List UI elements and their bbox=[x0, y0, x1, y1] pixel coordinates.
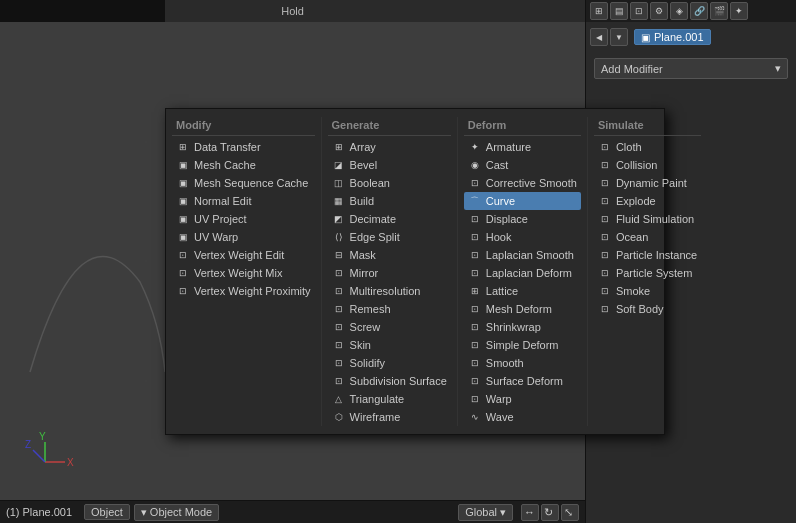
panel-icon-6[interactable]: 🔗 bbox=[690, 2, 708, 20]
object-button[interactable]: Object bbox=[84, 504, 130, 520]
item-label: Mesh Cache bbox=[194, 159, 256, 171]
item-icon: ⊡ bbox=[598, 266, 612, 280]
menu-item-vertex-weight-proximity[interactable]: ⊡Vertex Weight Proximity bbox=[172, 282, 315, 300]
menu-item-particle-system[interactable]: ⊡Particle System bbox=[594, 264, 701, 282]
menu-item-laplacian-deform[interactable]: ⊡Laplacian Deform bbox=[464, 264, 581, 282]
item-icon: ⊡ bbox=[468, 356, 482, 370]
item-icon: ⊡ bbox=[468, 392, 482, 406]
menu-item-uv-project[interactable]: ▣UV Project bbox=[172, 210, 315, 228]
move-tool[interactable]: ↔ bbox=[521, 504, 539, 521]
menu-item-surface-deform[interactable]: ⊡Surface Deform bbox=[464, 372, 581, 390]
menu-column-modify: Modify⊞Data Transfer▣Mesh Cache▣Mesh Seq… bbox=[166, 117, 322, 426]
item-label: Laplacian Smooth bbox=[486, 249, 574, 261]
item-icon: ✦ bbox=[468, 140, 482, 154]
menu-item-mesh-deform[interactable]: ⊡Mesh Deform bbox=[464, 300, 581, 318]
menu-item-vertex-weight-mix[interactable]: ⊡Vertex Weight Mix bbox=[172, 264, 315, 282]
menu-item-skin[interactable]: ⊡Skin bbox=[328, 336, 451, 354]
global-button[interactable]: Global ▾ bbox=[458, 504, 513, 521]
menu-item-soft-body[interactable]: ⊡Soft Body bbox=[594, 300, 701, 318]
menu-item-smooth[interactable]: ⊡Smooth bbox=[464, 354, 581, 372]
item-icon: ▣ bbox=[176, 230, 190, 244]
item-label: Wireframe bbox=[350, 411, 401, 423]
item-icon: ⊡ bbox=[176, 266, 190, 280]
menu-item-decimate[interactable]: ◩Decimate bbox=[328, 210, 451, 228]
menu-item-corrective-smooth[interactable]: ⊡Corrective Smooth bbox=[464, 174, 581, 192]
item-icon: ⊡ bbox=[468, 212, 482, 226]
rotate-tool[interactable]: ↻ bbox=[541, 504, 559, 521]
item-label: Shrinkwrap bbox=[486, 321, 541, 333]
menu-item-array[interactable]: ⊞Array bbox=[328, 138, 451, 156]
menu-item-bevel[interactable]: ◪Bevel bbox=[328, 156, 451, 174]
menu-item-laplacian-smooth[interactable]: ⊡Laplacian Smooth bbox=[464, 246, 581, 264]
item-label: Surface Deform bbox=[486, 375, 563, 387]
menu-item-curve[interactable]: ⌒Curve bbox=[464, 192, 581, 210]
item-label: Warp bbox=[486, 393, 512, 405]
menu-item-hook[interactable]: ⊡Hook bbox=[464, 228, 581, 246]
menu-item-data-transfer[interactable]: ⊞Data Transfer bbox=[172, 138, 315, 156]
menu-item-screw[interactable]: ⊡Screw bbox=[328, 318, 451, 336]
menu-item-warp[interactable]: ⊡Warp bbox=[464, 390, 581, 408]
menu-item-cloth[interactable]: ⊡Cloth bbox=[594, 138, 701, 156]
panel-icon-7[interactable]: 🎬 bbox=[710, 2, 728, 20]
menu-item-multiresolution[interactable]: ⊡Multiresolution bbox=[328, 282, 451, 300]
menu-item-mesh-cache[interactable]: ▣Mesh Cache bbox=[172, 156, 315, 174]
item-icon: ⬡ bbox=[332, 410, 346, 424]
menu-item-fluid-simulation[interactable]: ⊡Fluid Simulation bbox=[594, 210, 701, 228]
panel-icon-2[interactable]: ▤ bbox=[610, 2, 628, 20]
menu-item-build[interactable]: ▦Build bbox=[328, 192, 451, 210]
menu-item-boolean[interactable]: ◫Boolean bbox=[328, 174, 451, 192]
add-modifier-button[interactable]: Add Modifier ▾ bbox=[594, 58, 788, 79]
object-mode-button[interactable]: ▾ Object Mode bbox=[134, 504, 219, 521]
scale-tool[interactable]: ⤡ bbox=[561, 504, 579, 521]
item-label: Mesh Deform bbox=[486, 303, 552, 315]
panel-icon-8[interactable]: ✦ bbox=[730, 2, 748, 20]
panel-icon-5[interactable]: ◈ bbox=[670, 2, 688, 20]
menu-item-uv-warp[interactable]: ▣UV Warp bbox=[172, 228, 315, 246]
menu-item-subdivision-surface[interactable]: ⊡Subdivision Surface bbox=[328, 372, 451, 390]
item-icon: ⊡ bbox=[468, 266, 482, 280]
panel-icon-4[interactable]: ⚙ bbox=[650, 2, 668, 20]
menu-item-particle-instance[interactable]: ⊡Particle Instance bbox=[594, 246, 701, 264]
menu-item-remesh[interactable]: ⊡Remesh bbox=[328, 300, 451, 318]
nav-back[interactable]: ◀ bbox=[590, 28, 608, 46]
item-label: Explode bbox=[616, 195, 656, 207]
menu-item-mesh-sequence-cache[interactable]: ▣Mesh Sequence Cache bbox=[172, 174, 315, 192]
menu-item-collision[interactable]: ⊡Collision bbox=[594, 156, 701, 174]
menu-item-cast[interactable]: ◉Cast bbox=[464, 156, 581, 174]
menu-item-smoke[interactable]: ⊡Smoke bbox=[594, 282, 701, 300]
nav-down[interactable]: ▼ bbox=[610, 28, 628, 46]
menu-item-triangulate[interactable]: △Triangulate bbox=[328, 390, 451, 408]
menu-item-dynamic-paint[interactable]: ⊡Dynamic Paint bbox=[594, 174, 701, 192]
item-label: Curve bbox=[486, 195, 515, 207]
menu-item-simple-deform[interactable]: ⊡Simple Deform bbox=[464, 336, 581, 354]
item-icon: ⊡ bbox=[332, 356, 346, 370]
menu-item-vertex-weight-edit[interactable]: ⊡Vertex Weight Edit bbox=[172, 246, 315, 264]
status-bar: (1) Plane.001 Object ▾ Object Mode Globa… bbox=[0, 500, 585, 523]
menu-item-displace[interactable]: ⊡Displace bbox=[464, 210, 581, 228]
menu-item-normal-edit[interactable]: ▣Normal Edit bbox=[172, 192, 315, 210]
item-label: Subdivision Surface bbox=[350, 375, 447, 387]
menu-item-wave[interactable]: ∿Wave bbox=[464, 408, 581, 426]
menu-item-wireframe[interactable]: ⬡Wireframe bbox=[328, 408, 451, 426]
item-label: Cast bbox=[486, 159, 509, 171]
plane-name-field[interactable]: ▣ Plane.001 bbox=[634, 29, 711, 45]
item-label: Hook bbox=[486, 231, 512, 243]
panel-icon-3[interactable]: ⊡ bbox=[630, 2, 648, 20]
panel-icon-1[interactable]: ⊞ bbox=[590, 2, 608, 20]
item-icon: ⊡ bbox=[332, 320, 346, 334]
item-icon: ⊡ bbox=[598, 302, 612, 316]
menu-item-edge-split[interactable]: ⟨⟩Edge Split bbox=[328, 228, 451, 246]
item-label: Screw bbox=[350, 321, 381, 333]
menu-item-shrinkwrap[interactable]: ⊡Shrinkwrap bbox=[464, 318, 581, 336]
menu-item-ocean[interactable]: ⊡Ocean bbox=[594, 228, 701, 246]
menu-item-lattice[interactable]: ⊞Lattice bbox=[464, 282, 581, 300]
item-icon: ⊡ bbox=[468, 338, 482, 352]
menu-item-mirror[interactable]: ⊡Mirror bbox=[328, 264, 451, 282]
item-icon: ∿ bbox=[468, 410, 482, 424]
menu-item-armature[interactable]: ✦Armature bbox=[464, 138, 581, 156]
item-icon: ◪ bbox=[332, 158, 346, 172]
menu-item-solidify[interactable]: ⊡Solidify bbox=[328, 354, 451, 372]
menu-item-mask[interactable]: ⊟Mask bbox=[328, 246, 451, 264]
item-label: Simple Deform bbox=[486, 339, 559, 351]
menu-item-explode[interactable]: ⊡Explode bbox=[594, 192, 701, 210]
